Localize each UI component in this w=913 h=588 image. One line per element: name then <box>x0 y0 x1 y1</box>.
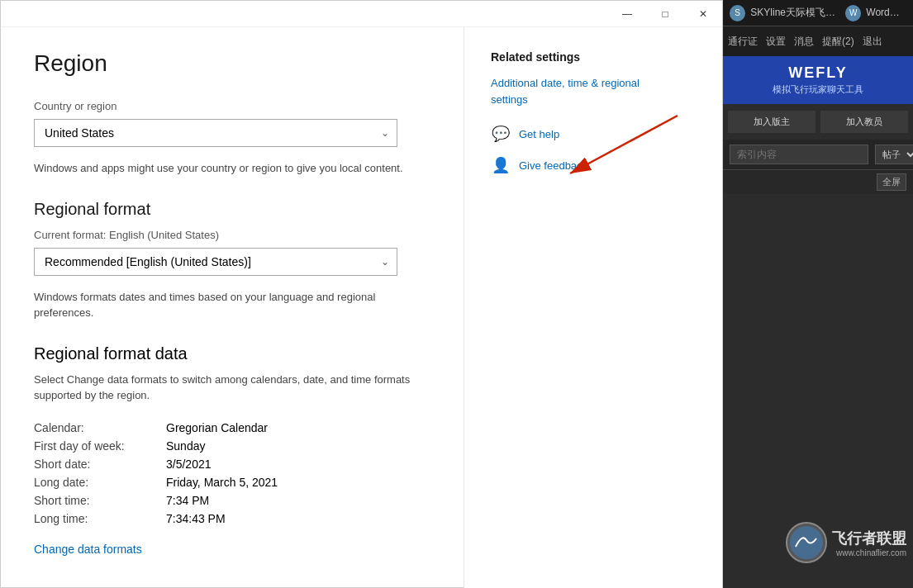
wefly-subtitle: 模拟飞行玩家聊天工具 <box>731 83 905 96</box>
table-row: First day of week:Sunday <box>34 437 430 455</box>
format-data-title: Regional format data <box>34 344 430 363</box>
related-settings-title: Related settings <box>491 50 696 64</box>
country-dropdown[interactable]: United States <box>34 119 397 147</box>
minimize-button[interactable]: — <box>608 1 646 27</box>
row-label: Long date: <box>34 473 166 491</box>
nav-tixing[interactable]: 提醒(2) <box>822 35 854 49</box>
country-label: Country or region <box>34 100 430 112</box>
overlay-nav: 通行证 设置 消息 提醒(2) 退出 <box>723 26 913 56</box>
watermark-logo: 飞行者联盟 www.chinaflier.com <box>786 522 906 563</box>
row-label: Short time: <box>34 491 166 510</box>
nav-xiaoxi[interactable]: 消息 <box>794 35 814 49</box>
row-value: Friday, March 5, 2021 <box>166 473 430 491</box>
format-data-hint: Select Change data formats to switch amo… <box>34 372 430 404</box>
regional-format-title: Regional format <box>34 200 430 219</box>
row-label: Calendar: <box>34 419 166 437</box>
left-panel: Region Country or region United States ⌄… <box>1 27 464 588</box>
watermark-circle-icon <box>786 522 827 563</box>
give-feedback-text: Give feedback <box>519 159 587 172</box>
give-feedback-icon: 👤 <box>491 155 511 175</box>
page-title: Region <box>34 50 430 77</box>
row-value: Sunday <box>166 437 430 455</box>
row-label: Long time: <box>34 510 166 528</box>
change-data-formats-link[interactable]: Change data formats <box>34 543 142 556</box>
wefly-banner: WEFLY 模拟飞行玩家聊天工具 <box>723 56 913 104</box>
close-button[interactable]: ✕ <box>684 1 722 27</box>
row-label: Short date: <box>34 455 166 473</box>
get-help-item[interactable]: 💬 Get help <box>491 124 696 144</box>
nav-tuichu[interactable]: 退出 <box>863 35 882 49</box>
row-label: First day of week: <box>34 437 166 455</box>
svg-point-2 <box>790 526 823 559</box>
word-icon: W <box>845 5 861 21</box>
search-bar: 帖子 <box>723 140 913 169</box>
watermark-sub-text: www.chinaflier.com <box>836 548 906 557</box>
current-format-label: Current format: English (United States) <box>34 229 430 241</box>
fullscreen-button[interactable]: 全屏 <box>877 173 906 191</box>
wefly-buttons: 加入版主 加入教员 <box>723 104 913 140</box>
table-row: Calendar:Gregorian Calendar <box>34 419 430 437</box>
watermark-text: 飞行者联盟 www.chinaflier.com <box>832 529 906 557</box>
format-data-table: Calendar:Gregorian CalendarFirst day of … <box>34 419 430 528</box>
additional-settings-link[interactable]: Additional date, time & regional setting… <box>491 75 640 107</box>
overlay-panel: S SKYline天际模飞交... W Word实... 通行证 设置 消息 提… <box>723 0 913 588</box>
nav-tongxingzheng[interactable]: 通行证 <box>728 35 758 49</box>
country-hint: Windows and apps might use your country … <box>34 160 430 177</box>
table-row: Long date:Friday, March 5, 2021 <box>34 473 430 491</box>
wefly-title: WEFLY <box>731 64 905 82</box>
row-value: 7:34:43 PM <box>166 510 430 528</box>
nav-shezhi[interactable]: 设置 <box>766 35 786 49</box>
titlebar: — □ ✕ <box>1 1 722 27</box>
row-value: Gregorian Calendar <box>166 419 430 437</box>
settings-window: — □ ✕ Region Country or region United St… <box>0 0 723 588</box>
join-teacher-button[interactable]: 加入教员 <box>820 111 908 133</box>
search-input[interactable] <box>730 145 868 164</box>
maximize-button[interactable]: □ <box>646 1 684 27</box>
search-type-dropdown[interactable]: 帖子 <box>875 145 913 164</box>
give-feedback-item[interactable]: 👤 Give feedback <box>491 155 696 175</box>
row-value: 3/5/2021 <box>166 455 430 473</box>
format-hint: Windows formats dates and times based on… <box>34 289 430 321</box>
right-panel: Related settings Additional date, time &… <box>464 27 722 588</box>
overlay-topbar: S SKYline天际模飞交... W Word实... <box>723 0 913 26</box>
row-value: 7:34 PM <box>166 491 430 510</box>
skyline-label: SKYline天际模飞交... <box>750 6 840 20</box>
watermark: 飞行者联盟 www.chinaflier.com <box>723 522 913 563</box>
join-admin-button[interactable]: 加入版主 <box>728 111 816 133</box>
format-dropdown-wrapper: Recommended [English (United States)] ⌄ <box>34 248 397 276</box>
get-help-icon: 💬 <box>491 124 511 144</box>
country-dropdown-wrapper: United States ⌄ <box>34 119 397 147</box>
table-row: Short time:7:34 PM <box>34 491 430 510</box>
word-label: Word实... <box>866 6 906 20</box>
get-help-text: Get help <box>519 128 559 140</box>
fullscreen-bar: 全屏 <box>723 170 913 194</box>
watermark-main-text: 飞行者联盟 <box>832 529 906 548</box>
table-row: Long time:7:34:43 PM <box>34 510 430 528</box>
table-row: Short date:3/5/2021 <box>34 455 430 473</box>
content-area: Region Country or region United States ⌄… <box>1 27 722 588</box>
skyline-icon: S <box>730 5 745 21</box>
format-dropdown[interactable]: Recommended [English (United States)] <box>34 248 397 276</box>
